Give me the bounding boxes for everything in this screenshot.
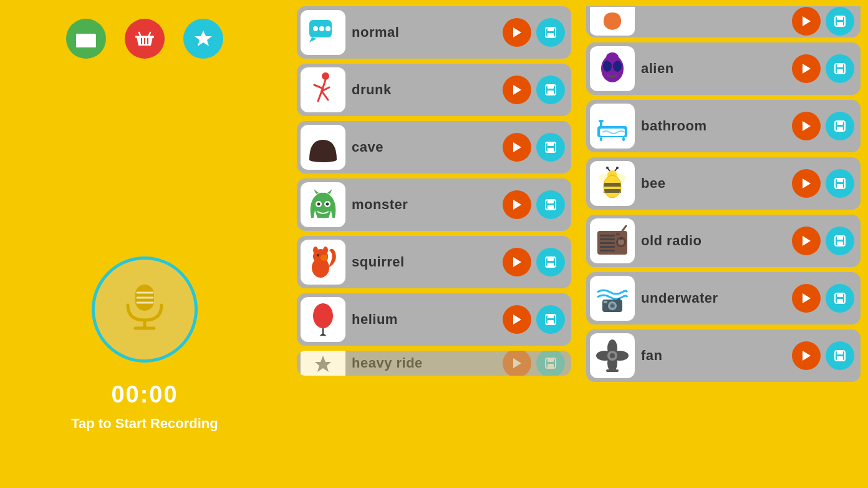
helium-label: helium [352, 311, 496, 328]
fan-label: fan [641, 348, 786, 364]
timer-display: 00:00 [111, 381, 178, 408]
mic-icon [122, 281, 168, 338]
bee-save-button[interactable] [826, 169, 854, 198]
svg-point-37 [317, 203, 321, 206]
cave-play-button[interactable] [503, 133, 531, 162]
old-radio-save-button[interactable] [826, 227, 854, 255]
svg-point-47 [317, 254, 319, 256]
svg-rect-78 [599, 120, 604, 122]
alien-label: alien [641, 61, 786, 77]
svg-rect-113 [837, 236, 843, 240]
svg-point-14 [319, 26, 324, 31]
squirrel-actions [503, 248, 565, 276]
monster-label: monster [352, 197, 496, 213]
mic-button[interactable] [92, 256, 198, 363]
squirrel-save-button[interactable] [536, 248, 565, 276]
partial-save-button[interactable] [826, 7, 854, 36]
svg-line-24 [318, 91, 322, 101]
alien-icon-box [590, 46, 635, 91]
partial-play-button[interactable] [792, 7, 821, 36]
svg-point-53 [313, 303, 333, 328]
middle-panel: normal [289, 0, 579, 488]
normal-actions [503, 18, 565, 47]
svg-point-70 [606, 52, 619, 62]
helium-icon-box [301, 297, 345, 342]
top-icons [66, 19, 223, 59]
heavy-ride-icon-box [301, 351, 345, 376]
partial-top-item [586, 6, 861, 37]
drunk-save-button[interactable] [536, 76, 565, 104]
svg-point-38 [326, 203, 329, 206]
svg-marker-96 [803, 178, 811, 188]
bee-actions [792, 169, 854, 198]
bathroom-label: bathroom [641, 118, 786, 134]
monster-icon-box [301, 182, 345, 227]
mic-section[interactable]: 00:00 Tap to Start Recording [71, 256, 218, 432]
svg-rect-29 [547, 90, 554, 95]
svg-rect-42 [547, 205, 554, 210]
list-item: squirrel [297, 236, 571, 288]
svg-marker-16 [513, 27, 521, 37]
underwater-save-button[interactable] [826, 284, 854, 313]
underwater-icon-box [590, 276, 635, 321]
svg-rect-33 [547, 142, 554, 146]
bee-play-button[interactable] [792, 169, 821, 198]
list-item: old radio [586, 215, 861, 267]
cave-label: cave [352, 139, 496, 155]
drunk-play-button[interactable] [503, 76, 531, 104]
svg-rect-65 [837, 16, 843, 20]
basket-button[interactable] [125, 19, 165, 59]
svg-marker-133 [803, 351, 811, 361]
svg-marker-5 [195, 31, 212, 46]
svg-rect-135 [837, 351, 843, 354]
svg-marker-71 [803, 64, 811, 74]
bee-label: bee [641, 175, 786, 192]
bee-icon-box [590, 161, 635, 206]
bathroom-save-button[interactable] [826, 112, 854, 140]
helium-play-button[interactable] [503, 305, 531, 334]
fan-play-button[interactable] [792, 341, 821, 370]
bathroom-play-button[interactable] [792, 112, 821, 140]
svg-point-20 [322, 72, 329, 80]
monster-play-button[interactable] [503, 190, 531, 219]
star-icon [193, 28, 214, 49]
svg-rect-58 [547, 320, 554, 325]
svg-point-107 [618, 239, 624, 245]
svg-rect-124 [837, 299, 843, 303]
alien-save-button[interactable] [826, 54, 854, 83]
svg-rect-66 [837, 22, 843, 26]
old-radio-icon-box [590, 218, 635, 263]
alien-play-button[interactable] [792, 54, 821, 83]
squirrel-play-button[interactable] [503, 248, 531, 276]
helium-save-button[interactable] [536, 305, 565, 334]
heavy-ride-play-button[interactable] [503, 351, 531, 376]
drunk-icon-box [301, 67, 345, 112]
svg-marker-63 [803, 16, 811, 26]
heavy-ride-save-button[interactable] [536, 351, 565, 376]
helium-actions [503, 305, 565, 334]
underwater-actions [792, 284, 854, 313]
favorites-button[interactable] [183, 19, 223, 59]
old-radio-play-button[interactable] [792, 227, 821, 255]
svg-rect-105 [600, 250, 615, 251]
svg-rect-104 [600, 246, 615, 248]
fan-save-button[interactable] [826, 341, 854, 370]
folder-button[interactable] [66, 19, 106, 59]
heavy-ride-label: heavy ride [352, 355, 496, 371]
normal-save-button[interactable] [536, 18, 565, 47]
squirrel-icon-box [301, 240, 345, 285]
svg-rect-79 [600, 137, 602, 141]
underwater-label: underwater [641, 290, 786, 306]
normal-play-button[interactable] [503, 18, 531, 47]
svg-rect-62 [547, 364, 554, 368]
underwater-play-button[interactable] [792, 284, 821, 313]
list-item: cave [297, 121, 571, 173]
svg-rect-51 [547, 257, 554, 261]
svg-rect-80 [622, 137, 625, 141]
svg-rect-57 [547, 315, 554, 318]
svg-rect-18 [547, 27, 554, 31]
monster-save-button[interactable] [536, 190, 565, 219]
svg-marker-111 [803, 236, 811, 246]
cave-save-button[interactable] [536, 133, 565, 162]
svg-rect-52 [547, 263, 554, 267]
